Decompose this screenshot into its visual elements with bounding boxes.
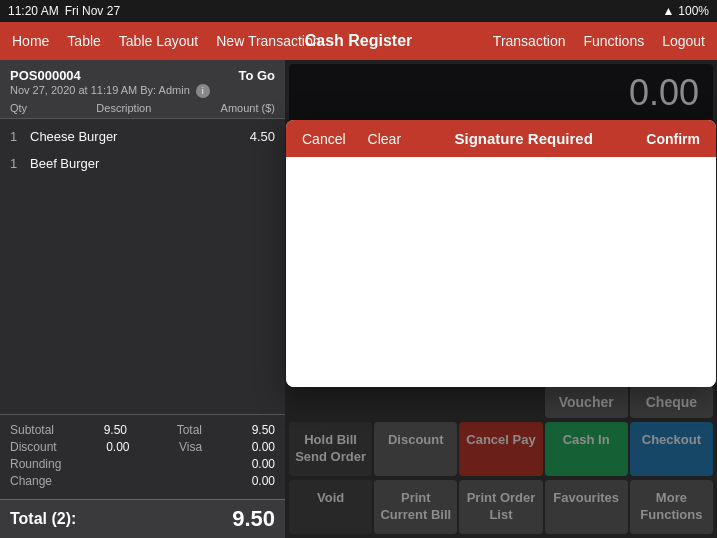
item-qty: 1 (10, 129, 30, 144)
nav-bar: Home Table Table Layout New Transaction … (0, 22, 717, 60)
modal-title: Signature Required (401, 130, 646, 147)
order-items: 1 Cheese Burger 4.50 1 Beef Burger (0, 119, 285, 414)
total-value: 9.50 (252, 423, 275, 437)
order-date: Nov 27, 2020 at 11:19 AM (10, 84, 137, 96)
nav-transaction[interactable]: Transaction (493, 33, 566, 49)
page-title: Cash Register (305, 32, 413, 50)
order-header: POS000004 To Go Nov 27, 2020 at 11:19 AM… (0, 60, 285, 119)
modal-header: Cancel Clear Signature Required Confirm (286, 120, 716, 157)
grand-total-amount: 9.50 (232, 506, 275, 532)
total-label: Total (177, 423, 202, 437)
change-label: Change (10, 474, 52, 488)
item-qty: 1 (10, 156, 30, 171)
list-item[interactable]: 1 Cheese Burger 4.50 (0, 123, 285, 150)
visa-label: Visa (179, 440, 202, 454)
right-panel: 0.00 7 8 9 10 4 5 6 20 1 2 3 50 . 0 00 E… (285, 60, 717, 538)
signature-area[interactable] (286, 157, 716, 387)
item-desc: Beef Burger (30, 156, 275, 171)
rounding-label: Rounding (10, 457, 61, 471)
nav-functions[interactable]: Functions (583, 33, 644, 49)
modal-cancel-button[interactable]: Cancel (302, 131, 346, 147)
order-by: By: Admin (140, 84, 190, 96)
left-panel: POS000004 To Go Nov 27, 2020 at 11:19 AM… (0, 60, 285, 538)
list-item[interactable]: 1 Beef Burger (0, 150, 285, 177)
col-desc: Description (96, 102, 151, 114)
discount-value: 0.00 (106, 440, 129, 454)
nav-table[interactable]: Table (67, 33, 100, 49)
nav-table-layout[interactable]: Table Layout (119, 33, 198, 49)
modal-confirm-button[interactable]: Confirm (646, 131, 700, 147)
signature-modal: Cancel Clear Signature Required Confirm (286, 120, 716, 387)
item-price: 4.50 (250, 129, 275, 144)
modal-overlay: Cancel Clear Signature Required Confirm (285, 60, 717, 538)
nav-home[interactable]: Home (12, 33, 49, 49)
main-content: POS000004 To Go Nov 27, 2020 at 11:19 AM… (0, 60, 717, 538)
subtotal-label: Subtotal (10, 423, 54, 437)
battery-display: 100% (678, 4, 709, 18)
change-value: 0.00 (252, 474, 275, 488)
visa-value: 0.00 (252, 440, 275, 454)
info-icon[interactable]: i (196, 84, 210, 98)
order-totals: Subtotal 9.50 Total 9.50 Discount 0.00 V… (0, 414, 285, 499)
col-amount: Amount ($) (221, 102, 275, 114)
subtotal-value: 9.50 (104, 423, 127, 437)
order-type: To Go (238, 68, 275, 83)
date-display: Fri Nov 27 (65, 4, 120, 18)
rounding-value: 0.00 (252, 457, 275, 471)
time-display: 11:20 AM (8, 4, 59, 18)
grand-total-label: Total (2): (10, 510, 76, 528)
item-desc: Cheese Burger (30, 129, 250, 144)
modal-clear-button[interactable]: Clear (368, 131, 401, 147)
discount-label: Discount (10, 440, 57, 454)
grand-total: Total (2): 9.50 (0, 499, 285, 538)
nav-logout[interactable]: Logout (662, 33, 705, 49)
col-qty: Qty (10, 102, 27, 114)
pos-id: POS000004 (10, 68, 81, 83)
wifi-icon: ▲ (662, 4, 674, 18)
status-bar: 11:20 AM Fri Nov 27 ▲ 100% (0, 0, 717, 22)
